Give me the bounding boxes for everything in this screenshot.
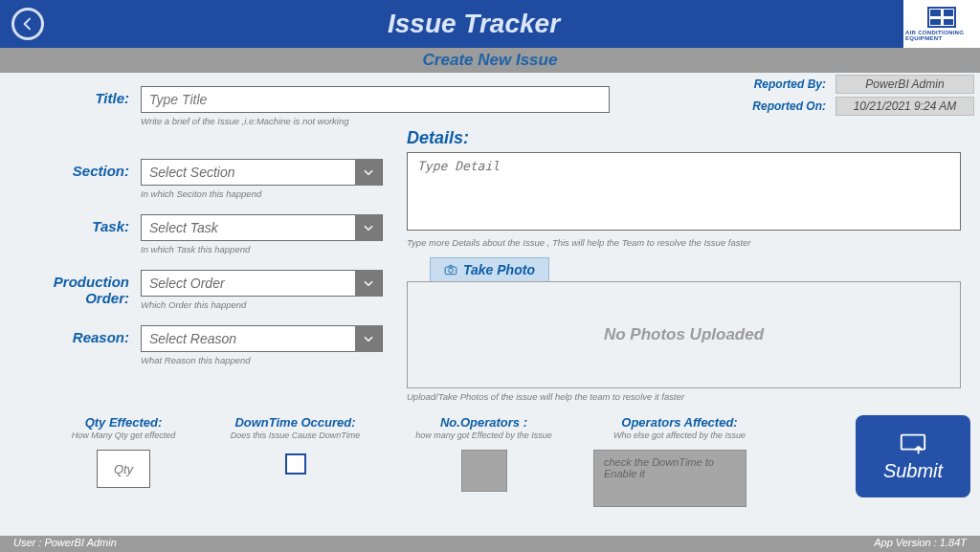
order-select[interactable]: Select Order	[141, 270, 383, 297]
reason-hint: What Reason this happend	[141, 355, 383, 365]
task-label: Task:	[19, 214, 129, 234]
operators-affected-box: check the DownTime to Enable it	[593, 450, 746, 507]
form-area: Reported By: PowerBI Admin Reported On: …	[0, 73, 980, 513]
page-subtitle: Create New Issue	[0, 48, 980, 73]
chevron-down-icon	[355, 214, 382, 241]
status-bar: User : PowerBI Admin App Version : 1.84T	[0, 536, 980, 552]
chevron-down-icon	[355, 159, 382, 186]
section-label: Section:	[19, 159, 129, 179]
reported-on-value: 10/21/2021 9:24 AM	[835, 97, 974, 116]
reason-select[interactable]: Select Reason	[141, 325, 383, 352]
order-hint: Which Order this happend	[141, 299, 383, 310]
qty-label: Qty Effected:	[61, 415, 186, 430]
task-select[interactable]: Select Task	[141, 214, 383, 241]
bottom-controls: Qty Effected: How Many Qty get effected …	[19, 415, 961, 507]
brand-logo: AIR CONDITIONING EQUIPMENT	[903, 0, 980, 48]
order-label: Production Order:	[19, 270, 129, 306]
section-hint: In which Seciton this happend	[141, 188, 383, 199]
back-button[interactable]	[11, 8, 44, 40]
reported-by-label: Reported By:	[752, 77, 826, 91]
submit-button[interactable]: Submit	[856, 415, 970, 497]
svg-rect-2	[902, 434, 924, 449]
svg-point-1	[449, 268, 454, 273]
submit-icon	[899, 431, 927, 454]
footer-user: User : PowerBI Admin	[13, 537, 117, 551]
title-input[interactable]	[141, 86, 610, 113]
task-hint: In which Task this happend	[141, 244, 383, 254]
operators-affected-label: Operators Affected:	[593, 415, 766, 430]
title-hint: Write a brief of the Issue ,i.e:Machine …	[141, 116, 610, 126]
take-photo-button[interactable]: Take Photo	[430, 257, 549, 281]
reported-info: Reported By: PowerBI Admin Reported On: …	[752, 75, 974, 116]
title-label: Title:	[19, 86, 129, 106]
qty-input[interactable]	[97, 450, 150, 488]
app-header: Issue Tracker AIR CONDITIONING EQUIPMENT	[0, 0, 980, 48]
chevron-left-icon	[20, 16, 35, 32]
details-textarea[interactable]	[407, 152, 961, 231]
app-title: Issue Tracker	[44, 9, 903, 39]
reason-label: Reason:	[19, 325, 129, 345]
photos-hint: Upload/Take Photos of the issue will hel…	[407, 391, 961, 402]
details-label: Details:	[407, 128, 961, 148]
details-hint: Type more Details about the Issue , This…	[407, 237, 961, 248]
operators-count-box[interactable]	[461, 450, 507, 492]
chevron-down-icon	[355, 325, 382, 352]
section-select[interactable]: Select Section	[141, 159, 383, 186]
footer-version: App Version : 1.84T	[874, 537, 967, 551]
camera-icon	[444, 264, 457, 276]
reported-on-label: Reported On:	[752, 99, 826, 113]
photo-dropzone[interactable]: No Photos Uploaded	[407, 281, 961, 388]
reported-by-value: PowerBI Admin	[835, 75, 974, 94]
chevron-down-icon	[355, 270, 382, 297]
downtime-label: DownTime Occured:	[216, 415, 374, 430]
operators-label: No.Operators :	[405, 415, 563, 430]
downtime-checkbox[interactable]	[285, 453, 306, 475]
